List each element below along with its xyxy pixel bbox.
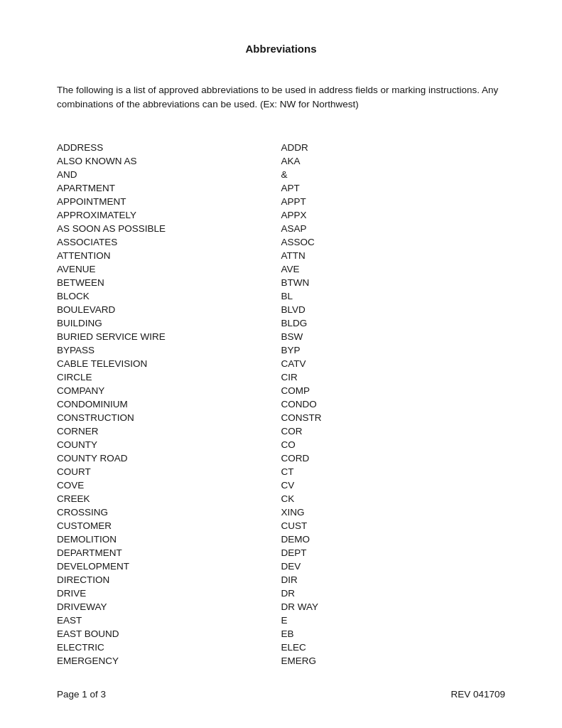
table-row: CROSSINGXING [57, 505, 505, 519]
abbr-cell: CIR [281, 370, 506, 384]
abbr-cell: CV [281, 478, 506, 492]
abbr-cell: DEPT [281, 546, 506, 560]
abbr-cell: BYP [281, 343, 506, 357]
table-row: AND& [57, 168, 505, 181]
abbr-cell: BLDG [281, 316, 506, 330]
abbr-cell: APPX [281, 208, 506, 222]
table-row: ATTENTIONATTN [57, 249, 505, 262]
table-row: CONSTRUCTIONCONSTR [57, 411, 505, 424]
abbr-cell: ELEC [281, 641, 506, 654]
word-cell: DRIVEWAY [57, 600, 281, 614]
abbr-cell: CATV [281, 357, 506, 370]
word-cell: CROSSING [57, 505, 281, 519]
table-row: COMPANYCOMP [57, 384, 505, 397]
revision-number: REV 041709 [450, 689, 505, 700]
table-row: APPROXIMATELYAPPX [57, 208, 505, 222]
table-row: DRIVEWAYDR WAY [57, 600, 505, 614]
table-row: CIRCLECIR [57, 370, 505, 384]
abbr-cell: DR WAY [281, 600, 506, 614]
table-row: EMERGENCYEMERG [57, 654, 505, 668]
abbr-cell: BSW [281, 330, 506, 343]
table-row: DEMOLITIONDEMO [57, 532, 505, 546]
word-cell: COUNTY [57, 438, 281, 451]
word-cell: EAST [57, 614, 281, 627]
word-cell: COURT [57, 465, 281, 478]
table-row: BUILDINGBLDG [57, 316, 505, 330]
table-row: BOULEVARDBLVD [57, 303, 505, 316]
abbr-cell: DEMO [281, 532, 506, 546]
word-cell: COUNTY ROAD [57, 451, 281, 465]
table-row: DEVELOPMENTDEV [57, 560, 505, 573]
abbr-cell: ADDR [281, 141, 506, 154]
word-cell: CABLE TELEVISION [57, 357, 281, 370]
word-cell: ATTENTION [57, 249, 281, 262]
abbr-cell: BLVD [281, 303, 506, 316]
table-row: AS SOON AS POSSIBLEASAP [57, 222, 505, 235]
abbr-cell: ASSOC [281, 235, 506, 249]
abbr-cell: BTWN [281, 276, 506, 289]
abbr-cell: CT [281, 465, 506, 478]
table-row: ALSO KNOWN ASAKA [57, 154, 505, 168]
table-row: CORNERCOR [57, 424, 505, 438]
abbr-cell: AKA [281, 154, 506, 168]
page-number: Page 1 of 3 [57, 689, 106, 700]
table-row: APPOINTMENTAPPT [57, 195, 505, 208]
table-row: ELECTRICELEC [57, 641, 505, 654]
table-row: ADDRESSADDR [57, 141, 505, 154]
table-row: COUNTY ROADCORD [57, 451, 505, 465]
abbr-cell: BL [281, 289, 506, 303]
word-cell: CUSTOMER [57, 519, 281, 532]
abbr-cell: CORD [281, 451, 506, 465]
abbreviations-table: ADDRESSADDRALSO KNOWN ASAKAAND&APARTMENT… [57, 141, 505, 668]
word-cell: ADDRESS [57, 141, 281, 154]
word-cell: DIRECTION [57, 573, 281, 587]
word-cell: DEPARTMENT [57, 546, 281, 560]
word-cell: CONDOMINIUM [57, 397, 281, 411]
table-row: CREEKCK [57, 492, 505, 505]
table-row: BLOCKBL [57, 289, 505, 303]
abbr-cell: COR [281, 424, 506, 438]
word-cell: ALSO KNOWN AS [57, 154, 281, 168]
word-cell: DEMOLITION [57, 532, 281, 546]
word-cell: APARTMENT [57, 181, 281, 195]
table-row: EAST BOUNDEB [57, 627, 505, 641]
table-row: CABLE TELEVISIONCATV [57, 357, 505, 370]
word-cell: CREEK [57, 492, 281, 505]
word-cell: EMERGENCY [57, 654, 281, 668]
word-cell: COVE [57, 478, 281, 492]
word-cell: CORNER [57, 424, 281, 438]
table-row: COVECV [57, 478, 505, 492]
table-row: ASSOCIATESASSOC [57, 235, 505, 249]
word-cell: BYPASS [57, 343, 281, 357]
table-row: CONDOMINIUMCONDO [57, 397, 505, 411]
abbr-cell: DR [281, 587, 506, 600]
abbr-cell: CUST [281, 519, 506, 532]
word-cell: BETWEEN [57, 276, 281, 289]
table-row: DRIVEDR [57, 587, 505, 600]
table-row: COUNTYCO [57, 438, 505, 451]
table-row: DIRECTIONDIR [57, 573, 505, 587]
abbr-cell: ASAP [281, 222, 506, 235]
abbr-cell: E [281, 614, 506, 627]
abbr-cell: DIR [281, 573, 506, 587]
abbr-cell: DEV [281, 560, 506, 573]
table-row: AVENUEAVE [57, 262, 505, 276]
word-cell: BLOCK [57, 289, 281, 303]
abbr-cell: APPT [281, 195, 506, 208]
abbr-cell: ATTN [281, 249, 506, 262]
word-cell: DEVELOPMENT [57, 560, 281, 573]
abbr-cell: EMERG [281, 654, 506, 668]
word-cell: AVENUE [57, 262, 281, 276]
table-row: CUSTOMERCUST [57, 519, 505, 532]
table-row: BYPASSBYP [57, 343, 505, 357]
word-cell: CIRCLE [57, 370, 281, 384]
word-cell: ELECTRIC [57, 641, 281, 654]
word-cell: AND [57, 168, 281, 181]
intro-text: The following is a list of approved abbr… [57, 83, 505, 112]
abbr-cell: CONDO [281, 397, 506, 411]
abbr-cell: CO [281, 438, 506, 451]
table-row: EASTE [57, 614, 505, 627]
table-row: COURTCT [57, 465, 505, 478]
abbr-cell: CK [281, 492, 506, 505]
table-row: BURIED SERVICE WIREBSW [57, 330, 505, 343]
